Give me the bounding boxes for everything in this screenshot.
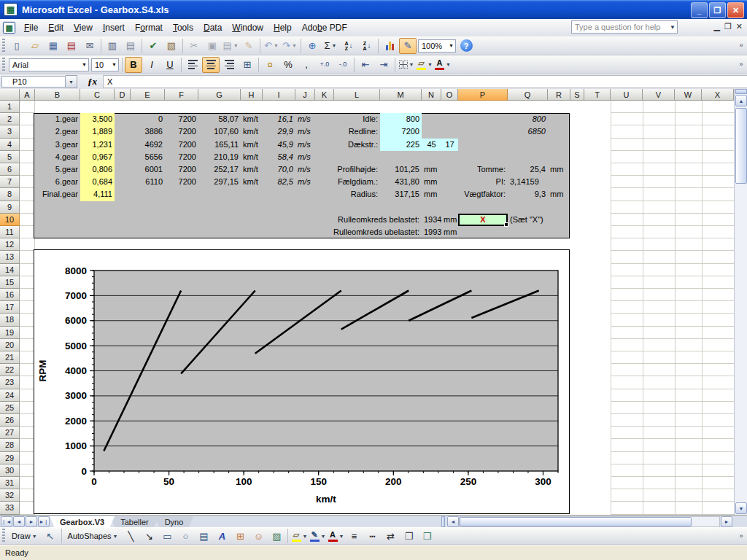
cell-Q8[interactable]: 9,3: [508, 188, 548, 201]
row-header-3[interactable]: 3: [0, 125, 20, 138]
line-style-icon[interactable]: ≡: [345, 528, 363, 544]
row-header-16[interactable]: 16: [0, 289, 20, 301]
help-icon[interactable]: ?: [457, 38, 475, 54]
cell-G6[interactable]: 252,17: [198, 163, 241, 176]
column-header-X[interactable]: X: [702, 89, 734, 101]
new-document-icon[interactable]: ▯: [8, 38, 26, 54]
wordart-icon[interactable]: A: [213, 528, 231, 544]
cell-I6[interactable]: 70,0: [263, 163, 295, 176]
column-header-E[interactable]: E: [131, 89, 165, 101]
vertical-scrollbar[interactable]: ▲ ▼: [734, 89, 747, 515]
cell-C6[interactable]: 0,806: [80, 163, 115, 176]
cell-E2[interactable]: 0: [131, 113, 165, 125]
cell-B6[interactable]: 5.gear: [35, 163, 80, 176]
cell-H5[interactable]: km/t: [241, 151, 263, 163]
cell-B7[interactable]: 6.gear: [35, 176, 80, 188]
research-icon[interactable]: ▧: [163, 38, 180, 54]
menu-adobe-pdf[interactable]: Adobe PDF: [297, 20, 352, 36]
cell-G4[interactable]: 165,11: [198, 139, 241, 151]
line-color-icon[interactable]: ✎▼: [309, 528, 326, 544]
row-header-8[interactable]: 8: [0, 188, 20, 201]
align-right-button[interactable]: [220, 57, 238, 73]
row-header-23[interactable]: 23: [0, 376, 20, 389]
cell-B4[interactable]: 3.gear: [35, 139, 80, 151]
cell-L3[interactable]: Redline:: [315, 125, 380, 138]
cell-P8[interactable]: Vægtfaktor:: [458, 188, 508, 201]
close-button[interactable]: ✕: [727, 2, 744, 18]
italic-button[interactable]: I: [143, 57, 160, 73]
cell-H2[interactable]: km/t: [241, 113, 263, 125]
paste-icon[interactable]: ▤▼: [222, 38, 239, 54]
cell-L7[interactable]: Fælgdiam.:: [315, 176, 380, 188]
menu-file[interactable]: File: [19, 20, 43, 36]
sheet-tab-gearbox-v3[interactable]: Gearbox.V3: [50, 516, 115, 528]
column-header-M[interactable]: M: [380, 89, 422, 101]
row-header-9[interactable]: 9: [0, 201, 20, 214]
align-center-button[interactable]: [202, 57, 220, 73]
3d-style-icon[interactable]: ❒: [418, 528, 436, 544]
arrow-style-icon[interactable]: ⇄: [382, 528, 399, 544]
zoom-combo[interactable]: 100%▼: [417, 38, 457, 54]
autosum-icon[interactable]: Σ▼: [322, 38, 339, 54]
doc-close-button[interactable]: ✕: [736, 22, 743, 31]
cell-J7[interactable]: m/s: [295, 176, 315, 188]
cell-N8[interactable]: mm: [422, 188, 441, 201]
column-header-R[interactable]: R: [548, 89, 570, 101]
select-objects-icon[interactable]: ↖: [42, 528, 59, 544]
column-header-O[interactable]: O: [441, 89, 458, 101]
cell-I7[interactable]: 82,5: [263, 176, 295, 188]
copy-icon[interactable]: ▣: [204, 38, 221, 54]
sheet-tab-dyno[interactable]: Dyno: [155, 516, 194, 528]
shadow-style-icon[interactable]: ❐: [400, 528, 417, 544]
row-header-14[interactable]: 14: [0, 264, 20, 276]
cell-O4[interactable]: 17: [441, 139, 458, 151]
row-header-25[interactable]: 25: [0, 402, 20, 414]
cell-P10[interactable]: X: [458, 214, 508, 226]
toolbar-options-chevron[interactable]: »: [737, 533, 746, 540]
row-header-17[interactable]: 17: [0, 301, 20, 314]
format-painter-icon[interactable]: ✎: [240, 38, 258, 54]
column-header-S[interactable]: S: [570, 89, 584, 101]
cell-G2[interactable]: 58,07: [198, 113, 241, 125]
dash-style-icon[interactable]: ┅: [363, 528, 381, 544]
last-sheet-button[interactable]: ►❘: [38, 516, 50, 527]
row-header-18[interactable]: 18: [0, 314, 20, 326]
cell-J5[interactable]: m/s: [295, 151, 315, 163]
spelling-icon[interactable]: ✔: [144, 38, 162, 54]
row-header-33[interactable]: 33: [0, 502, 20, 514]
cell-L2[interactable]: Idle:: [315, 113, 380, 125]
cell-Q10[interactable]: (Sæt "X"): [508, 214, 548, 226]
cell-E3[interactable]: 3886: [131, 125, 165, 138]
save-icon[interactable]: ▦: [44, 38, 62, 54]
column-header-W[interactable]: W: [675, 89, 702, 101]
redo-icon[interactable]: ↷▼: [281, 38, 298, 54]
row-header-31[interactable]: 31: [0, 477, 20, 489]
cell-H4[interactable]: km/t: [241, 139, 263, 151]
cell-R8[interactable]: mm: [548, 188, 570, 201]
cell-M8[interactable]: 317,15: [380, 188, 422, 201]
diagram-icon[interactable]: ⊞: [231, 528, 249, 544]
column-header-V[interactable]: V: [643, 89, 675, 101]
line-icon[interactable]: ╲: [122, 528, 139, 544]
chart-wizard-icon[interactable]: [381, 38, 398, 54]
column-header-N[interactable]: N: [422, 89, 441, 101]
row-header-12[interactable]: 12: [0, 238, 20, 251]
column-header-P[interactable]: P: [458, 89, 508, 101]
column-header-A[interactable]: A: [20, 89, 35, 101]
sheet-tab-tabeller[interactable]: Tabeller: [110, 516, 159, 528]
help-question-box[interactable]: Type a question for help ▼: [571, 20, 678, 34]
cell-J2[interactable]: m/s: [295, 113, 315, 125]
cell-C7[interactable]: 0,684: [80, 176, 115, 188]
open-folder-icon[interactable]: ▱: [26, 38, 44, 54]
toolbar-grip[interactable]: [2, 529, 5, 543]
clip-art-icon[interactable]: ☺: [249, 528, 267, 544]
cell-H6[interactable]: km/t: [241, 163, 263, 176]
align-left-button[interactable]: [184, 57, 201, 73]
cell-N10[interactable]: 1934: [422, 214, 441, 226]
sort-ascending-icon[interactable]: A Z↓: [340, 38, 357, 54]
percent-style-button[interactable]: %: [279, 57, 297, 73]
increase-indent-button[interactable]: ⇥: [375, 57, 392, 73]
row-header-6[interactable]: 6: [0, 163, 20, 176]
gear-chart-object[interactable]: 0100020003000400050006000700080000501001…: [34, 249, 570, 514]
cell-M4[interactable]: 225: [380, 139, 422, 151]
